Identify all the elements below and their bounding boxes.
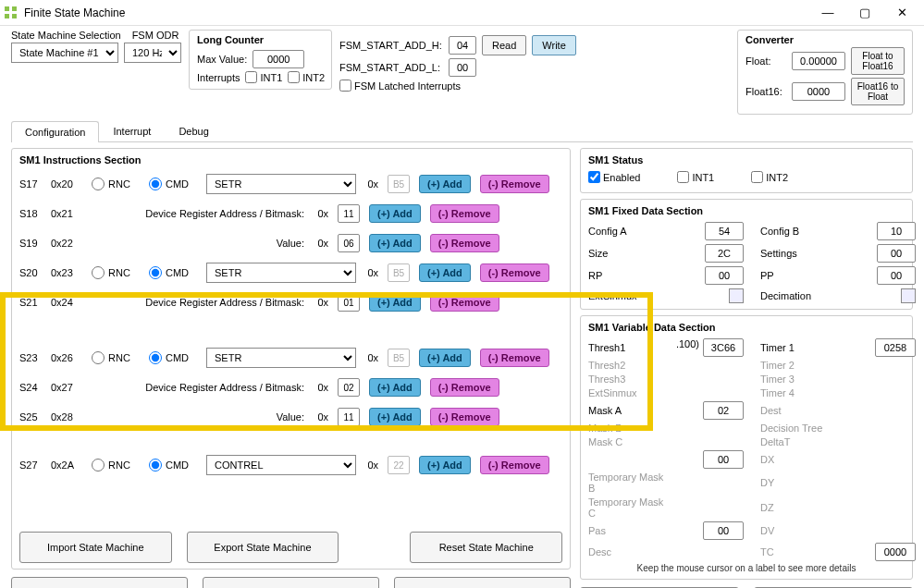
tc-input[interactable] (875, 543, 916, 561)
add-button[interactable]: (+) Add (419, 175, 471, 193)
scrollbar-thumb-bottom[interactable] (551, 517, 561, 530)
instructions-scrollbar[interactable] (551, 169, 561, 530)
val-label: Value: (92, 411, 306, 423)
instruction-row: S17 0x20 RNC CMD SETR 0x B5 (+) Add (-) … (19, 169, 551, 199)
svg-rect-3 (12, 14, 17, 18)
configA-input[interactable] (705, 222, 744, 240)
remove-button[interactable]: (-) Remove (430, 204, 499, 223)
sm-select[interactable]: State Machine #1 (11, 43, 118, 63)
cmd-radio[interactable] (149, 266, 162, 279)
import-sm-button[interactable]: Import State Machine (19, 532, 172, 563)
write-button[interactable]: Write (532, 35, 575, 55)
remove-button[interactable]: (-) Remove (480, 456, 549, 474)
rnc-radio[interactable] (92, 178, 105, 190)
sm-select-label: State Machine Selection (11, 30, 121, 41)
scrollbar-thumb-top[interactable] (551, 169, 561, 182)
window-title: Finite State Machine (24, 6, 809, 19)
extsinmux-checkbox[interactable] (729, 288, 744, 303)
value-box[interactable]: 06 (338, 234, 360, 252)
status-int1-checkbox[interactable] (677, 171, 689, 183)
fsm-start-h-input[interactable] (449, 36, 476, 55)
add-button[interactable]: (+) Add (419, 456, 471, 474)
max-value-label: Max Value: (197, 54, 247, 65)
add-button[interactable]: (+) Add (369, 234, 421, 252)
fsm-start-h-label: FSM_START_ADD_H: (339, 40, 443, 51)
value-box[interactable]: 01 (338, 293, 360, 312)
rnc-radio[interactable] (92, 351, 105, 364)
op-select[interactable]: CONTREL (206, 455, 356, 475)
add-button[interactable]: (+) Add (419, 263, 471, 282)
configB-input[interactable] (877, 222, 916, 240)
reset-sm-button[interactable]: Reset State Machine (410, 532, 562, 563)
rnc-radio[interactable] (92, 459, 105, 472)
value-box[interactable]: 11 (338, 408, 360, 426)
step-addr: 0x24 (51, 297, 82, 308)
converter-group: Converter Float: Float to Float16 Float1… (737, 30, 913, 115)
op-select[interactable]: SETR (206, 348, 356, 368)
timer1-input[interactable] (875, 338, 916, 357)
value-box[interactable]: B5 (388, 263, 410, 282)
thresh1-input[interactable] (703, 338, 744, 357)
fsm-start-l-label: FSM_START_ADD_L: (339, 62, 443, 73)
cmd-radio[interactable] (149, 459, 162, 472)
add-button[interactable]: (+) Add (419, 349, 471, 367)
variable-data-section: SM1 Variable Data Section Thresh1 .100) … (580, 315, 913, 580)
step-id: S17 (19, 178, 42, 190)
remove-button[interactable]: (-) Remove (430, 378, 499, 397)
op-select[interactable]: SETR (206, 174, 356, 194)
rnc-radio[interactable] (92, 266, 105, 279)
lc-int1-checkbox[interactable] (245, 71, 257, 83)
pas-input[interactable] (703, 521, 744, 540)
write-fsm-button[interactable]: Write FSM Configuration (203, 577, 379, 588)
enabled-checkbox[interactable] (588, 171, 600, 183)
tmaskA-input[interactable] (703, 450, 744, 469)
status-int2-checkbox[interactable] (751, 171, 763, 183)
value-box[interactable]: B5 (388, 175, 410, 193)
maximize-button[interactable]: ▢ (846, 1, 883, 25)
fsm-latched-checkbox[interactable] (339, 80, 351, 92)
value-box[interactable]: 02 (338, 378, 360, 397)
float-input[interactable] (792, 52, 845, 70)
lc-int2-checkbox[interactable] (288, 71, 300, 83)
remove-button[interactable]: (-) Remove (430, 293, 499, 312)
float16-input[interactable] (792, 82, 845, 101)
value-box[interactable]: B5 (388, 349, 410, 367)
add-button[interactable]: (+) Add (369, 378, 421, 397)
step-addr: 0x2A (51, 459, 82, 471)
float16-label: Float16: (745, 86, 786, 97)
settings-input[interactable] (877, 244, 916, 263)
read-button[interactable]: Read (482, 35, 526, 55)
export-sm-button[interactable]: Export State Machine (187, 532, 339, 563)
remove-button[interactable]: (-) Remove (480, 175, 549, 193)
rp-input[interactable] (705, 266, 744, 285)
float-to-float16-button[interactable]: Float to Float16 (851, 47, 905, 75)
decimation-checkbox[interactable] (901, 288, 916, 303)
odr-select[interactable]: 120 Hz (124, 43, 181, 63)
remove-button[interactable]: (-) Remove (480, 263, 549, 282)
tab-configuration[interactable]: Configuration (11, 121, 99, 142)
value-box[interactable]: 11 (338, 204, 360, 223)
float16-to-float-button[interactable]: Float16 to Float (851, 78, 905, 105)
tab-interrupt[interactable]: Interrupt (99, 120, 165, 141)
max-value-input[interactable] (253, 50, 304, 68)
add-button[interactable]: (+) Add (369, 408, 421, 426)
close-button[interactable]: ✕ (883, 1, 920, 25)
fsm-start-l-input[interactable] (449, 58, 476, 77)
minimize-button[interactable]: — (809, 1, 846, 25)
size-input[interactable] (705, 244, 744, 263)
maskA-input[interactable] (703, 401, 744, 420)
value-box[interactable]: 22 (388, 456, 410, 474)
remove-button[interactable]: (-) Remove (480, 349, 549, 367)
pp-input[interactable] (877, 266, 916, 285)
remove-button[interactable]: (-) Remove (430, 408, 499, 426)
tab-debug[interactable]: Debug (165, 120, 222, 141)
op-select[interactable]: SETR (206, 263, 356, 283)
cmd-radio[interactable] (149, 178, 162, 190)
step-id: S23 (19, 352, 42, 363)
read-fsm-button[interactable]: Read FSM Configuration (11, 577, 188, 588)
reset-all-button[interactable]: Reset All (394, 577, 571, 588)
cmd-radio[interactable] (149, 351, 162, 364)
add-button[interactable]: (+) Add (369, 293, 421, 312)
add-button[interactable]: (+) Add (369, 204, 421, 223)
remove-button[interactable]: (-) Remove (430, 234, 499, 252)
